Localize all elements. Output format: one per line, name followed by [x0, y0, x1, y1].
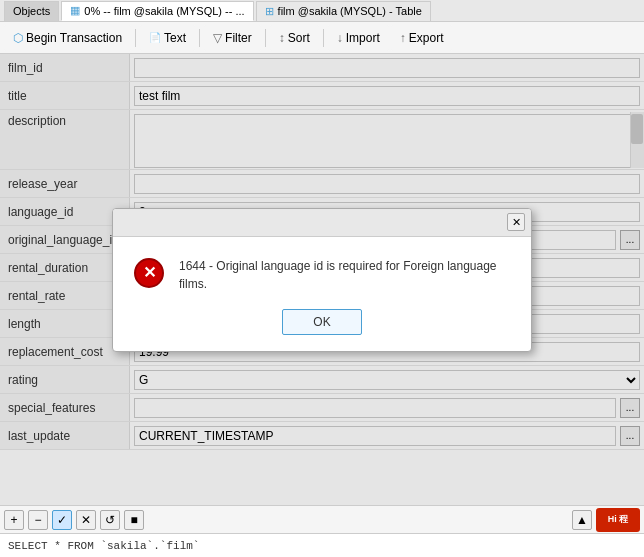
stop-icon: ■ [130, 513, 137, 527]
sort-button[interactable]: ↕ Sort [270, 25, 319, 51]
error-icon-container: ✕ [133, 257, 165, 289]
begin-transaction-button[interactable]: ⬡ Begin Transaction [4, 25, 131, 51]
text-icon: 📄 [149, 32, 161, 43]
export-icon: ↑ [400, 31, 406, 45]
modal-footer: OK [113, 309, 531, 351]
modal-body: ✕ 1644 - Original language id is require… [113, 237, 531, 309]
tab-bar: Objects ▦ 0% -- film @sakila (MYSQL) -- … [0, 0, 644, 22]
toolbar: ⬡ Begin Transaction 📄 Text ▽ Filter ↕ So… [0, 22, 644, 54]
logo-watermark: Hi 程 [596, 508, 640, 532]
error-circle-icon: ✕ [134, 258, 164, 288]
logo-text: Hi 程 [608, 513, 629, 526]
separator-3 [265, 29, 266, 47]
import-label: Import [346, 31, 380, 45]
refresh-icon: ↺ [105, 513, 115, 527]
table2-icon: ⊞ [265, 5, 274, 18]
remove-icon: − [34, 513, 41, 527]
modal-close-button[interactable]: ✕ [507, 213, 525, 231]
bottom-toolbar: + − ✓ ✕ ↺ ■ ▲ Hi 程 [0, 505, 644, 533]
error-dialog: ✕ ✕ 1644 - Original language id is requi… [112, 208, 532, 352]
modal-overlay: ✕ ✕ 1644 - Original language id is requi… [0, 54, 644, 505]
text-button[interactable]: 📄 Text [140, 25, 195, 51]
stop-button[interactable]: ■ [124, 510, 144, 530]
nav-up-button[interactable]: ▲ [572, 510, 592, 530]
modal-ok-button[interactable]: OK [282, 309, 362, 335]
add-icon: + [10, 513, 17, 527]
tab-query[interactable]: ▦ 0% -- film @sakila (MYSQL) -- ... [61, 1, 253, 21]
form-area: film_id title description [0, 54, 644, 505]
table-tab-label: film @sakila (MYSQL) - Table [278, 5, 422, 17]
query-tab-label: 0% -- film @sakila (MYSQL) -- ... [84, 5, 244, 17]
cancel-record-button[interactable]: ✕ [76, 510, 96, 530]
modal-titlebar: ✕ [113, 209, 531, 237]
add-record-button[interactable]: + [4, 510, 24, 530]
text-label: Text [164, 31, 186, 45]
export-label: Export [409, 31, 444, 45]
check-icon: ✓ [57, 513, 67, 527]
nav-up-icon: ▲ [576, 513, 588, 527]
begin-transaction-label: Begin Transaction [26, 31, 122, 45]
main-content: film_id title description [0, 54, 644, 505]
sort-icon: ↕ [279, 31, 285, 45]
sort-label: Sort [288, 31, 310, 45]
filter-button[interactable]: ▽ Filter [204, 25, 261, 51]
import-icon: ↓ [337, 31, 343, 45]
refresh-button[interactable]: ↺ [100, 510, 120, 530]
objects-tab-label: Objects [13, 5, 50, 17]
transaction-icon: ⬡ [13, 31, 23, 45]
filter-icon: ▽ [213, 31, 222, 45]
apply-record-button[interactable]: ✓ [52, 510, 72, 530]
filter-label: Filter [225, 31, 252, 45]
separator-4 [323, 29, 324, 47]
sql-bar: SELECT * FROM `sakila`.`film` [0, 533, 644, 557]
remove-record-button[interactable]: − [28, 510, 48, 530]
tab-table[interactable]: ⊞ film @sakila (MYSQL) - Table [256, 1, 431, 21]
cancel-icon: ✕ [81, 513, 91, 527]
separator-2 [199, 29, 200, 47]
export-button[interactable]: ↑ Export [391, 25, 453, 51]
modal-message: 1644 - Original language id is required … [179, 257, 511, 293]
sql-query-text: SELECT * FROM `sakila`.`film` [8, 540, 199, 552]
tab-objects[interactable]: Objects [4, 1, 59, 21]
table-icon: ▦ [70, 4, 80, 17]
separator-1 [135, 29, 136, 47]
close-icon: ✕ [512, 216, 521, 229]
import-button[interactable]: ↓ Import [328, 25, 389, 51]
